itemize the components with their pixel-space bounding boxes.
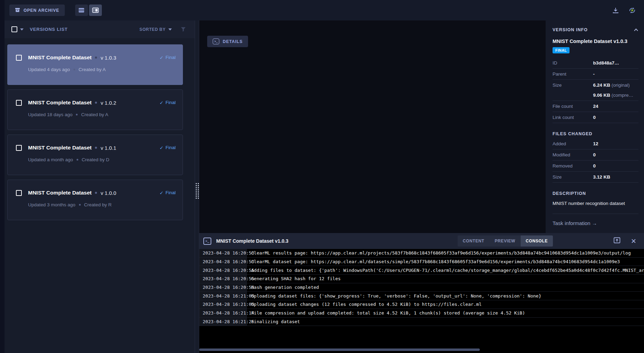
table-view-toggle[interactable] — [75, 5, 88, 16]
archive-icon — [15, 7, 20, 14]
status-badge: ✓Final — [159, 190, 176, 196]
horizontal-scrollbar-thumb[interactable] — [199, 348, 480, 351]
version-info-panel: VERSION INFO MNIST Complete Dataset v1.0… — [546, 20, 644, 233]
console-log: 2023-04-28 16:20:53ClearML results page:… — [199, 249, 644, 326]
dot-separator — [95, 57, 97, 59]
dot-separator — [95, 192, 97, 194]
drag-dots-icon — [196, 175, 199, 207]
version-card-v1.0.0[interactable]: MNIST Complete Dataset v 1.0.0 ✓Final Up… — [7, 180, 183, 220]
dot-separator — [73, 69, 75, 70]
version-info-title: VERSION INFO — [553, 27, 588, 32]
versions-list: MNIST Complete Dataset v 1.0.3 ✓Final Up… — [5, 38, 195, 220]
filter-icon[interactable] — [181, 27, 186, 32]
check-icon: ✓ — [159, 190, 163, 196]
console-title: MNIST Complete Dataset v1.0.3 — [216, 238, 289, 244]
info-row-link-count: Link count 0 — [553, 112, 638, 123]
download-icon[interactable] — [612, 7, 619, 14]
created-text: Created by A — [79, 67, 106, 72]
info-row-parent: Parent - — [553, 69, 638, 80]
description-text: MNIST number recognition dataset — [553, 201, 638, 206]
info-row-file-count: File count 24 — [553, 101, 638, 112]
collapse-chevron-icon[interactable] — [634, 27, 638, 33]
detail-view-toggle[interactable] — [89, 5, 102, 16]
log-row: 2023-04-28 16:20:55Adding files to datas… — [199, 266, 644, 275]
log-row: 2023-04-28 16:20:55Hash generation compl… — [199, 283, 644, 292]
version-checkbox[interactable] — [16, 100, 22, 106]
popout-icon[interactable] — [614, 237, 620, 245]
terminal-icon: >_ — [203, 238, 211, 245]
task-information-link[interactable]: Task information → — [553, 220, 638, 226]
check-icon: ✓ — [159, 100, 163, 105]
open-archive-button[interactable]: OPEN ARCHIVE — [9, 5, 65, 16]
close-icon[interactable]: ✕ — [631, 238, 636, 244]
version-card-v1.0.3[interactable]: MNIST Complete Dataset v 1.0.3 ✓Final Up… — [7, 44, 183, 85]
left-edge-strip — [0, 0, 5, 353]
created-text: Created by A — [81, 112, 108, 117]
version-number: v 1.0.0 — [100, 190, 116, 196]
auto-refresh-icon[interactable] — [628, 6, 636, 15]
versions-list-title: VERSIONS LIST — [30, 27, 68, 32]
version-checkbox[interactable] — [16, 190, 22, 196]
updated-text: Updated 3 months ago — [28, 202, 76, 207]
sorted-by-caret-icon — [168, 28, 172, 31]
log-row: 2023-04-28 16:20:53ClearML dataset page:… — [199, 258, 644, 266]
terminal-icon: >_ — [213, 38, 219, 44]
tab-content[interactable]: CONTENT — [458, 235, 489, 247]
versions-panel: VERSIONS LIST SORTED BY MNIST Complete D… — [5, 20, 195, 353]
details-button[interactable]: >_ DETAILS — [207, 36, 248, 47]
updated-text: Updated 4 days ago — [28, 67, 70, 72]
view-toggle-group — [75, 5, 102, 16]
version-card-v1.0.1[interactable]: MNIST Complete Dataset v 1.0.1 ✓Final Up… — [7, 135, 183, 175]
log-row: 2023-04-28 16:21:26Finalizing dataset — [199, 318, 644, 326]
dataset-version-title: MNIST Complete Dataset v1.0.3 — [553, 38, 638, 44]
divider — [553, 214, 638, 214]
files-changed-removed: Removed 0 — [553, 161, 638, 172]
version-checkbox[interactable] — [16, 145, 22, 151]
created-text: Created by R — [84, 202, 112, 207]
version-number: v 1.0.2 — [100, 100, 116, 106]
check-icon: ✓ — [159, 145, 163, 150]
log-row: 2023-04-28 16:20:53ClearML results page:… — [199, 249, 644, 258]
version-title: MNIST Complete Dataset — [28, 54, 91, 61]
version-title: MNIST Complete Dataset — [28, 145, 91, 151]
version-card-v1.0.2[interactable]: MNIST Complete Dataset v 1.0.2 ✓Final Up… — [7, 89, 183, 130]
files-changed-size: Size 3.12 KB — [553, 172, 638, 183]
log-row: 2023-04-28 16:20:55Generating SHA2 hash … — [199, 275, 644, 283]
open-archive-label: OPEN ARCHIVE — [24, 8, 59, 13]
log-row: 2023-04-28 16:21:05Uploading dataset fil… — [199, 292, 644, 300]
dot-separator — [79, 204, 81, 206]
updated-text: Updated a month ago — [28, 157, 73, 162]
files-changed-added: Added 12 — [553, 138, 638, 149]
sorted-by-dropdown[interactable]: SORTED BY — [140, 27, 172, 32]
version-number: v 1.0.1 — [100, 145, 116, 151]
description-header: DESCRIPTION — [553, 191, 638, 196]
final-badge: FINAL — [553, 47, 570, 53]
status-badge: ✓Final — [159, 55, 176, 60]
console-panel: >_ MNIST Complete Dataset v1.0.3 CONTENT… — [199, 233, 644, 353]
check-icon: ✓ — [159, 55, 163, 60]
select-all-caret-icon[interactable] — [20, 28, 24, 31]
tab-preview[interactable]: PREVIEW — [489, 235, 521, 247]
version-title: MNIST Complete Dataset — [28, 100, 91, 106]
info-row-size: Size 6.24 KB (original) 9.06 KB (compre… — [553, 80, 638, 101]
info-row-id: ID b3d848a7… — [553, 58, 638, 69]
version-checkbox[interactable] — [16, 55, 22, 61]
dot-separator — [95, 102, 97, 104]
status-badge: ✓Final — [159, 145, 176, 150]
log-row: 2023-04-28 16:21:14File compression and … — [199, 309, 644, 318]
lineage-graph-area: >_ DETAILS MNIST Complete Datas… 6.24 KB… — [199, 20, 546, 233]
tab-console[interactable]: CONSOLE — [521, 235, 553, 247]
log-row: 2023-04-28 16:21:05Uploading dataset cha… — [199, 300, 644, 309]
files-changed-modified: Modified 0 — [553, 149, 638, 161]
panel-resize-handle[interactable] — [195, 20, 199, 353]
created-text: Created by D — [82, 157, 109, 162]
console-tab-group: CONTENT PREVIEW CONSOLE — [458, 235, 553, 247]
dot-separator — [77, 159, 78, 161]
select-all-checkbox[interactable] — [11, 26, 17, 32]
dot-separator — [95, 147, 97, 149]
updated-text: Updated 18 days ago — [28, 112, 72, 117]
files-changed-header: FILES CHANGED — [553, 131, 638, 136]
status-badge: ✓Final — [159, 100, 176, 105]
versions-list-header: VERSIONS LIST SORTED BY — [5, 20, 195, 38]
version-number: v 1.0.3 — [100, 55, 116, 61]
